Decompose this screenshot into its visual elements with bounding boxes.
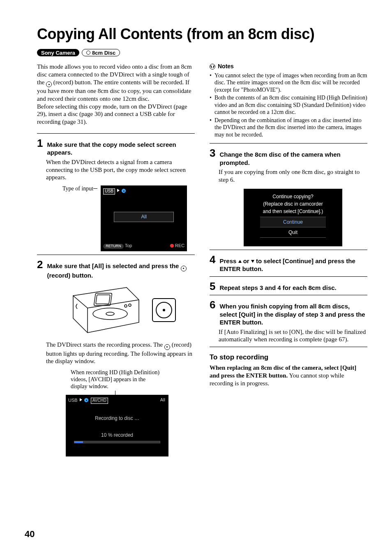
step-4: 4 Press or to select [Continue] and pres… bbox=[210, 254, 367, 273]
progress-bar bbox=[74, 441, 160, 443]
arrow-right-icon bbox=[80, 398, 82, 401]
record-icon bbox=[181, 266, 187, 271]
step-5-title: Repeat steps 3 and 4 for each 8cm disc. bbox=[219, 284, 336, 292]
step-6: 6 When you finish copying from all 8cm d… bbox=[210, 299, 367, 343]
badge-disc: 8cm Disc bbox=[82, 49, 120, 56]
step-6-num: 6 bbox=[210, 299, 215, 310]
step-3-title: Change the 8cm disc of the camera when p… bbox=[219, 151, 367, 167]
arrow-up-icon bbox=[238, 260, 242, 263]
mode-select-screen: USB All RETURNTop REC bbox=[101, 185, 187, 251]
notes-icon bbox=[210, 64, 215, 70]
note-item: Depending on the combination of images o… bbox=[210, 117, 367, 139]
stop-recording-heading: To stop recording bbox=[210, 353, 367, 361]
arrow-down-icon bbox=[251, 260, 254, 263]
page-number: 40 bbox=[25, 528, 35, 540]
step-2-title: Make sure that [All] is selected and pre… bbox=[47, 262, 195, 279]
recording-percent: 10 % recorded bbox=[68, 432, 166, 438]
continue-screen: Continue copying? (Replace disc in camco… bbox=[244, 189, 342, 246]
svg-point-5 bbox=[129, 304, 131, 306]
record-icon bbox=[164, 344, 170, 350]
intro-p1b: (record) button. The entire contents wil… bbox=[37, 79, 191, 102]
badge-camera: Sony Camera bbox=[37, 49, 79, 56]
disc-icon bbox=[86, 51, 90, 55]
step-5: 5 Repeat steps 3 and 4 for each 8cm disc… bbox=[210, 281, 367, 292]
recording-screen: USB AVCHD All Recording to disc … 10 % r… bbox=[66, 395, 168, 456]
note-item: You cannot select the type of images whe… bbox=[210, 72, 367, 94]
continue-question: Continue copying? bbox=[248, 193, 338, 200]
notes-heading: Notes bbox=[210, 63, 367, 70]
all-indicator: All bbox=[160, 397, 165, 403]
svg-point-3 bbox=[106, 312, 114, 315]
record-button-illustration bbox=[152, 298, 176, 322]
svg-point-2 bbox=[93, 308, 127, 320]
usb-indicator: USB bbox=[103, 188, 115, 195]
recording-caption: When recording HD (High Definition) vide… bbox=[71, 369, 161, 390]
all-option: All bbox=[114, 212, 174, 222]
notes-list: You cannot select the type of images whe… bbox=[210, 72, 367, 139]
record-icon bbox=[46, 81, 52, 87]
intro-text: This mode allows you to record video ont… bbox=[37, 63, 195, 126]
continue-line3: and then select [Continue].) bbox=[248, 208, 338, 215]
step-2: 2 Make sure that [All] is selected and p… bbox=[37, 259, 195, 456]
intro-p2: Before selecting this copy mode, turn on… bbox=[37, 103, 195, 126]
usb-indicator: USB bbox=[68, 398, 78, 403]
continue-option: Continue bbox=[260, 217, 326, 227]
step-1-body: When the DVDirect detects a signal from … bbox=[46, 158, 195, 181]
rec-label: REC bbox=[170, 243, 184, 249]
disc-icon bbox=[122, 189, 126, 193]
avchd-indicator: AVCHD bbox=[91, 398, 108, 404]
return-label: RETURNTop bbox=[103, 243, 132, 249]
stop-recording-body: When replacing an 8cm disc of the camera… bbox=[210, 364, 367, 387]
step-4-num: 4 bbox=[210, 254, 215, 265]
step-4-title: Press or to select [Continue] and press … bbox=[219, 257, 367, 273]
page-title: Copying All Contents (from an 8cm disc) bbox=[37, 25, 367, 43]
step-5-num: 5 bbox=[210, 281, 215, 292]
dvdirect-illustration bbox=[65, 283, 143, 337]
step-3-num: 3 bbox=[210, 148, 215, 158]
step-1-num: 1 bbox=[37, 138, 43, 148]
step-6-title: When you finish copying from all 8cm dis… bbox=[219, 302, 367, 327]
disc-icon bbox=[84, 398, 88, 402]
step-1: 1 Make sure that the copy mode select sc… bbox=[37, 138, 195, 251]
step-1-title: Make sure that the copy mode select scre… bbox=[47, 141, 195, 157]
quit-option: Quit bbox=[260, 227, 326, 238]
svg-point-4 bbox=[125, 305, 127, 307]
step-3-body: If you are copying from only one 8cm dis… bbox=[219, 168, 367, 184]
badge-disc-label: 8cm Disc bbox=[92, 50, 115, 56]
arrow-right-icon bbox=[117, 189, 120, 192]
recording-status: Recording to disc … bbox=[68, 415, 166, 422]
continue-line2: (Replace disc in camcorder bbox=[248, 200, 338, 208]
step-2-body: The DVDirect starts the recording proces… bbox=[46, 341, 195, 365]
note-item: Both the contents of an 8cm disc contain… bbox=[210, 94, 367, 116]
step-3: 3 Change the 8cm disc of the camera when… bbox=[210, 148, 367, 246]
device-illustration bbox=[46, 283, 195, 337]
step-6-body: If [Auto Finalizing] is set to [ON], the… bbox=[219, 328, 367, 344]
badges: Sony Camera 8cm Disc bbox=[37, 49, 367, 56]
input-type-label: Type of input bbox=[62, 185, 98, 192]
step-2-num: 2 bbox=[37, 259, 43, 270]
svg-rect-1 bbox=[96, 295, 110, 304]
